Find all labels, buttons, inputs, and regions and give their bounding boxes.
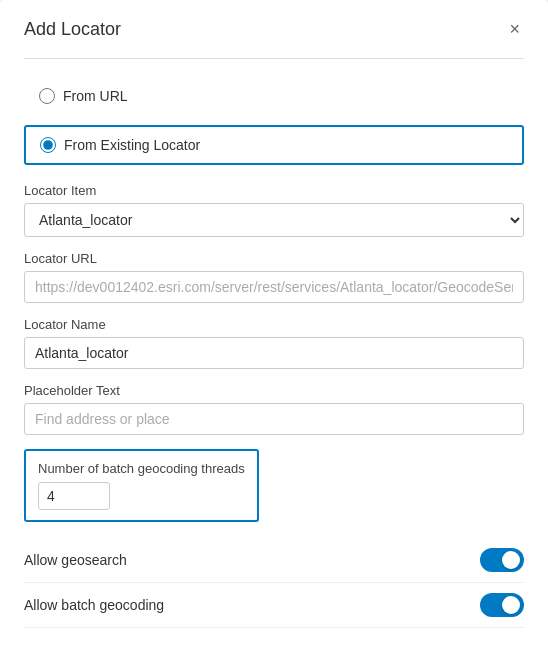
dialog-title: Add Locator <box>24 19 121 40</box>
source-radio-group: From URL From Existing Locator <box>24 77 524 165</box>
from-existing-label: From Existing Locator <box>64 137 200 153</box>
geosearch-toggle[interactable] <box>480 548 524 572</box>
from-existing-radio[interactable] <box>40 137 56 153</box>
batch-geocoding-slider <box>480 593 524 617</box>
locator-name-group: Locator Name <box>24 317 524 369</box>
from-url-option[interactable]: From URL <box>24 77 524 115</box>
locator-item-group: Locator Item Atlanta_locator <box>24 183 524 237</box>
header-divider <box>24 58 524 59</box>
geosearch-label: Allow geosearch <box>24 552 127 568</box>
close-button[interactable]: × <box>505 18 524 40</box>
locator-name-label: Locator Name <box>24 317 524 332</box>
geosearch-slider <box>480 548 524 572</box>
locator-url-input[interactable] <box>24 271 524 303</box>
locator-name-input[interactable] <box>24 337 524 369</box>
batch-geocoding-toggle-row: Allow batch geocoding <box>24 583 524 628</box>
add-locator-dialog: Add Locator × From URL From Existing Loc… <box>0 0 548 645</box>
from-existing-option[interactable]: From Existing Locator <box>24 125 524 165</box>
batch-geocoding-section: Number of batch geocoding threads <box>24 449 259 522</box>
batch-geocoding-toggle-label: Allow batch geocoding <box>24 597 164 613</box>
from-url-radio[interactable] <box>39 88 55 104</box>
batch-geocoding-label: Number of batch geocoding threads <box>38 461 245 476</box>
batch-geocoding-toggle[interactable] <box>480 593 524 617</box>
placeholder-text-label: Placeholder Text <box>24 383 524 398</box>
locator-url-group: Locator URL <box>24 251 524 303</box>
from-url-label: From URL <box>63 88 128 104</box>
locator-item-label: Locator Item <box>24 183 524 198</box>
locator-item-select[interactable]: Atlanta_locator <box>24 203 524 237</box>
geosearch-toggle-row: Allow geosearch <box>24 538 524 583</box>
placeholder-text-input[interactable] <box>24 403 524 435</box>
batch-threads-input[interactable] <box>38 482 110 510</box>
placeholder-text-group: Placeholder Text <box>24 383 524 435</box>
dialog-header: Add Locator × <box>24 18 524 40</box>
locator-url-label: Locator URL <box>24 251 524 266</box>
